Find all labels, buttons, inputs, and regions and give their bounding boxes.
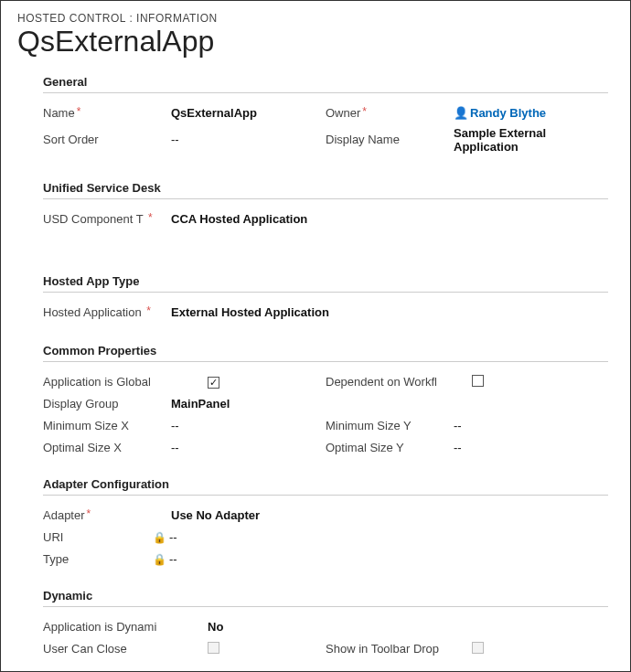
form-content: General Name* QsExternalApp Owner* 👤 Ran…: [17, 75, 614, 660]
label-adapter: Adapter*: [43, 508, 171, 522]
label-owner-text: Owner: [326, 106, 360, 120]
value-min-y[interactable]: --: [454, 419, 608, 432]
owner-link[interactable]: Randy Blythe: [470, 106, 546, 120]
label-app-global: Application is Global: [43, 375, 171, 389]
row-canclose-toolbar: User Can Close Show in Toolbar Drop: [43, 638, 608, 660]
label-opt-y: Optimal Size Y: [326, 441, 454, 454]
value-is-dynamic[interactable]: No: [171, 620, 608, 634]
value-usd-component[interactable]: CCA Hosted Application: [171, 212, 608, 226]
label-is-dynamic: Application is Dynami: [43, 620, 171, 634]
label-usd-component: USD Component T *: [43, 212, 171, 226]
value-display-name[interactable]: Sample External Application: [454, 126, 608, 154]
required-asterisk: *: [87, 508, 91, 520]
label-opt-x: Optimal Size X: [43, 441, 171, 454]
section-adapter-header: Adapter Configuration: [43, 477, 608, 496]
label-name-text: Name: [43, 106, 75, 120]
value-app-global: ✓: [171, 375, 326, 389]
label-hosted-app: Hosted Application *: [43, 305, 171, 319]
row-adapter: Adapter* Use No Adapter: [43, 505, 608, 527]
value-display-group[interactable]: MainPanel: [171, 397, 326, 411]
label-owner: Owner*: [326, 106, 454, 120]
value-adapter[interactable]: Use No Adapter: [171, 508, 608, 522]
row-is-dynamic: Application is Dynami No: [43, 616, 608, 638]
row-name-owner: Name* QsExternalApp Owner* 👤 Randy Blyth…: [43, 102, 608, 124]
label-can-close: User Can Close: [43, 642, 171, 656]
form-frame: HOSTED CONTROL : INFORMATION QsExternalA…: [0, 0, 631, 672]
label-adapter-text: Adapter: [43, 508, 85, 522]
checkbox-show-toolbar[interactable]: [472, 642, 484, 654]
page-title: QsExternalApp: [17, 25, 614, 59]
label-dep-workflow: Dependent on Workfl: [326, 375, 454, 389]
row-global-depworkflow: Application is Global ✓ Dependent on Wor…: [43, 371, 608, 393]
section-hosted-type-header: Hosted App Type: [43, 274, 608, 293]
checkbox-app-global[interactable]: ✓: [208, 377, 219, 389]
value-hosted-app[interactable]: External Hosted Application: [171, 305, 608, 319]
label-display-name: Display Name: [326, 133, 454, 146]
label-sort-order: Sort Order: [43, 133, 171, 146]
section-usd-header: Unified Service Desk: [43, 181, 608, 199]
label-show-toolbar: Show in Toolbar Drop: [326, 642, 454, 656]
label-uri: URI: [43, 530, 153, 544]
section-common-header: Common Properties: [43, 344, 608, 362]
section-general-header: General: [43, 75, 608, 93]
row-display-group: Display Group MainPanel: [43, 393, 608, 415]
lock-icon: 🔒: [153, 554, 164, 565]
value-opt-y[interactable]: --: [454, 441, 608, 454]
lock-icon: 🔒: [153, 532, 164, 543]
checkbox-dep-workflow[interactable]: [472, 375, 484, 387]
value-opt-x[interactable]: --: [171, 441, 326, 454]
label-min-x: Minimum Size X: [43, 419, 171, 432]
value-name[interactable]: QsExternalApp: [171, 106, 326, 120]
label-usd-component-text: USD Component T: [43, 212, 143, 226]
required-asterisk: *: [77, 106, 81, 118]
value-uri: 🔒 --: [153, 530, 608, 544]
value-owner[interactable]: 👤 Randy Blythe: [454, 106, 608, 120]
value-sort-order[interactable]: --: [171, 133, 326, 146]
row-uri: URI 🔒 --: [43, 527, 608, 549]
row-type: Type 🔒 --: [43, 549, 608, 571]
person-icon: 👤: [454, 106, 466, 120]
label-display-group: Display Group: [43, 397, 171, 411]
row-sort-display: Sort Order -- Display Name Sample Extern…: [43, 124, 608, 155]
row-opt-size: Optimal Size X -- Optimal Size Y --: [43, 437, 608, 459]
value-type: 🔒 --: [153, 552, 608, 566]
section-dynamic-header: Dynamic: [43, 589, 608, 607]
required-asterisk: *: [148, 212, 153, 224]
required-asterisk: *: [146, 305, 151, 317]
required-asterisk: *: [362, 106, 367, 118]
row-usd-component: USD Component T * CCA Hosted Application: [43, 208, 608, 230]
breadcrumb: HOSTED CONTROL : INFORMATION: [17, 12, 614, 25]
value-can-close: [171, 642, 326, 656]
value-type-text: --: [169, 552, 177, 566]
value-dep-workflow: [454, 375, 608, 389]
label-hosted-app-text: Hosted Application: [43, 305, 142, 319]
label-min-y: Minimum Size Y: [326, 419, 454, 432]
checkbox-can-close[interactable]: [208, 642, 219, 654]
label-type: Type: [43, 552, 153, 566]
row-hosted-app: Hosted Application * External Hosted App…: [43, 302, 608, 324]
label-name: Name*: [43, 106, 171, 120]
row-min-size: Minimum Size X -- Minimum Size Y --: [43, 415, 608, 437]
value-show-toolbar: [454, 642, 608, 656]
value-uri-text: --: [169, 530, 177, 544]
value-min-x[interactable]: --: [171, 419, 326, 432]
